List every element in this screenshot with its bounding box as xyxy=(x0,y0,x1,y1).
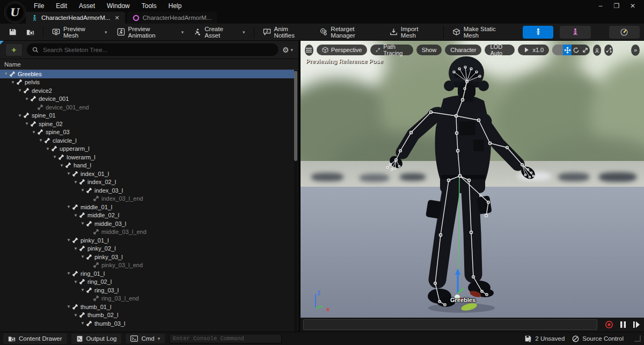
tree-row-spine_03[interactable]: ▼spine_03 xyxy=(0,128,294,137)
close-button[interactable]: ✕ xyxy=(626,1,640,10)
tree-row-pinky_03_l[interactable]: ▼pinky_03_l xyxy=(0,253,294,261)
tab-2[interactable]: CharacterHeadArmorM... xyxy=(127,12,217,24)
tree-row-index_03_l[interactable]: ▼index_03_l xyxy=(0,186,294,195)
preview-viewport[interactable]: Perspective Path Tracing Show Character … xyxy=(301,41,644,332)
menu-item-help[interactable]: Help xyxy=(163,1,188,11)
tree-row-thumb_03_l[interactable]: ▼thumb_03_l xyxy=(0,319,294,328)
unsaved-button[interactable]: 2 Unsaved xyxy=(524,335,565,342)
tree-row-device2[interactable]: ▼device2 xyxy=(0,86,294,95)
tree-row-thumb_01_l[interactable]: ▼thumb_01_l xyxy=(0,303,294,311)
cmd-dropdown-button[interactable]: Cmd▾ xyxy=(126,334,165,343)
record-button[interactable] xyxy=(605,320,613,329)
expander-icon[interactable]: ▼ xyxy=(80,188,85,193)
tree-row-thumb_02_l[interactable]: ▼thumb_02_l xyxy=(0,311,294,320)
source-control-button[interactable]: Source Control xyxy=(572,335,624,342)
tree-row-device_001_end[interactable]: device_001_end xyxy=(0,103,294,112)
expander-icon[interactable]: ▼ xyxy=(66,171,71,176)
search-box[interactable] xyxy=(27,43,278,56)
expander-icon[interactable]: ▼ xyxy=(73,280,78,284)
tree-row-device_001[interactable]: ▼device_001 xyxy=(0,95,294,104)
expander-icon[interactable]: ▼ xyxy=(80,254,85,259)
menu-item-file[interactable]: File xyxy=(28,1,50,11)
expander-icon[interactable]: ▼ xyxy=(17,88,23,93)
tree-scrollbar-thumb[interactable] xyxy=(294,71,297,161)
tree-row-pelvis[interactable]: ▼pelvis xyxy=(0,78,294,87)
expander-icon[interactable]: ▼ xyxy=(80,288,85,292)
menu-item-tools[interactable]: Tools xyxy=(136,1,163,11)
expander-icon[interactable]: ▼ xyxy=(52,155,57,159)
move-tool-button[interactable] xyxy=(563,45,572,55)
step-forward-button[interactable] xyxy=(633,321,640,328)
menu-item-edit[interactable]: Edit xyxy=(50,1,73,11)
expander-icon[interactable]: ▼ xyxy=(10,80,16,85)
tree-scrollbar[interactable] xyxy=(294,70,297,332)
tree-settings-button[interactable]: ⚙▾ xyxy=(282,46,293,54)
tree-row-middle_02_l[interactable]: ▼middle_02_l xyxy=(0,211,294,220)
create-asset-button[interactable]: Create Asset▾ xyxy=(189,24,249,41)
path-tracing-button[interactable]: Path Tracing xyxy=(370,45,413,55)
tree-row-index_03_l_end[interactable]: index_03_l_end xyxy=(0,195,294,203)
expander-icon[interactable]: ▼ xyxy=(17,113,23,118)
expander-icon[interactable]: ▼ xyxy=(45,146,50,151)
expand-toolbar-button[interactable]: » xyxy=(631,45,640,56)
tab-1[interactable]: CharacterHeadArmorM...✕ xyxy=(26,12,125,24)
tree-row-lowerarm_l[interactable]: ▼lowerarm_l xyxy=(0,153,294,162)
expander-icon[interactable]: ▼ xyxy=(59,163,64,168)
tweak-mode-button[interactable] xyxy=(609,26,640,39)
resize-grip[interactable] xyxy=(634,335,641,342)
tree-row-middle_03_l[interactable]: ▼middle_03_l xyxy=(0,219,294,228)
content-drawer-button[interactable]: Content Drawer xyxy=(3,333,67,344)
add-bone-button[interactable]: + xyxy=(5,43,23,56)
snapping-button[interactable] xyxy=(604,45,613,56)
rotate-tool-button[interactable] xyxy=(572,45,581,55)
coordinate-space-button[interactable] xyxy=(593,45,602,56)
tree-row-Greebles[interactable]: ▼Greebles xyxy=(0,70,294,78)
expander-icon[interactable]: ▼ xyxy=(66,204,71,209)
tree-row-spine_02[interactable]: ▼spine_02 xyxy=(0,120,294,128)
tree-row-upperarm_l[interactable]: ▼upperarm_l xyxy=(0,145,294,153)
browse-asset-button[interactable] xyxy=(22,26,39,38)
restore-button[interactable]: ❐ xyxy=(610,1,624,10)
expander-icon[interactable]: ▼ xyxy=(73,246,78,251)
make-static-mesh-button[interactable]: Make Static Mesh xyxy=(448,24,516,41)
expander-icon[interactable]: ▼ xyxy=(3,71,9,76)
expander-icon[interactable]: ▼ xyxy=(31,130,36,135)
select-tool-button[interactable] xyxy=(552,45,563,55)
expander-icon[interactable]: ▼ xyxy=(73,180,78,185)
menu-item-asset[interactable]: Asset xyxy=(73,1,101,11)
tree-row-middle_01_l[interactable]: ▼middle_01_l xyxy=(0,203,294,211)
preview-character[interactable] xyxy=(301,41,644,318)
tree-row-hand_l[interactable]: ▼hand_l xyxy=(0,162,294,170)
expander-icon[interactable]: ▼ xyxy=(24,97,30,101)
lod-auto-button[interactable]: LOD Auto xyxy=(485,45,515,55)
show-button[interactable]: Show xyxy=(416,45,442,55)
tree-row-middle_03_l_end[interactable]: middle_03_l_end xyxy=(0,228,294,237)
physics-mode-button[interactable] xyxy=(560,26,590,39)
tree-row-pinky_03_l_end[interactable]: pinky_03_l_end xyxy=(0,261,294,270)
character-button[interactable]: Character xyxy=(445,45,481,55)
viewport-menu-button[interactable] xyxy=(305,45,313,56)
playback-speed-button[interactable]: x1.0 xyxy=(518,45,549,55)
tree-column-header[interactable]: Name xyxy=(0,59,298,70)
tree-row-index_02_l[interactable]: ▼index_02_l xyxy=(0,178,294,187)
tree-row-ring_03_l[interactable]: ▼ring_03_l xyxy=(0,286,294,295)
scale-tool-button[interactable] xyxy=(581,45,590,55)
expander-icon[interactable]: ▼ xyxy=(80,221,85,226)
expander-icon[interactable]: ▼ xyxy=(73,313,78,318)
expander-icon[interactable]: ▼ xyxy=(66,304,71,309)
timeline-scrubber[interactable] xyxy=(303,319,597,330)
search-input[interactable] xyxy=(42,46,273,54)
tree-row-spine_01[interactable]: ▼spine_01 xyxy=(0,112,294,120)
tab-close-icon[interactable]: ✕ xyxy=(114,14,119,21)
skeleton-mode-button[interactable] xyxy=(523,26,553,39)
preview-mesh-button[interactable]: Preview Mesh▾ xyxy=(48,24,112,41)
unreal-logo-icon[interactable]: U xyxy=(4,2,26,23)
perspective-button[interactable]: Perspective xyxy=(317,45,367,55)
expander-icon[interactable]: ▼ xyxy=(24,121,30,126)
tree-row-ring_02_l[interactable]: ▼ring_02_l xyxy=(0,278,294,287)
console-command-input[interactable] xyxy=(169,334,282,343)
retarget-manager-button[interactable]: Retarget Manager xyxy=(315,24,384,41)
save-button[interactable] xyxy=(4,26,21,38)
expander-icon[interactable]: ▼ xyxy=(66,271,71,276)
expander-icon[interactable]: ▼ xyxy=(80,321,85,326)
